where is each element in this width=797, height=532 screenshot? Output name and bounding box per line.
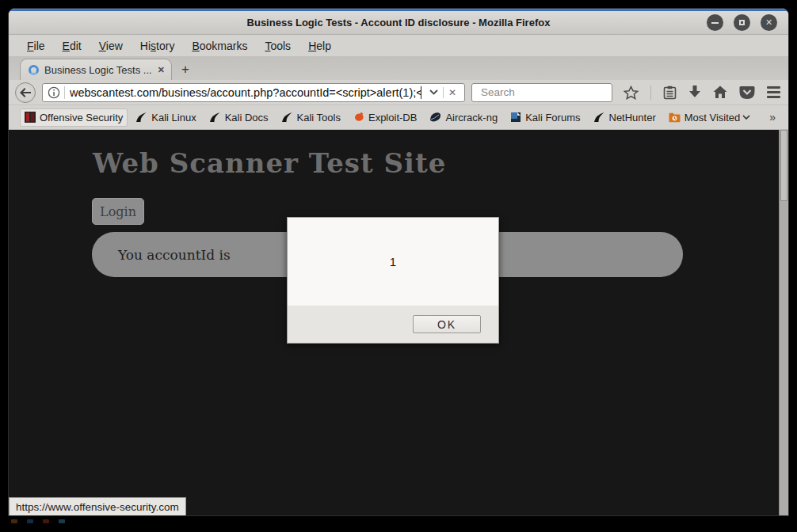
menubar: File Edit View History Bookmarks Tools H…	[9, 35, 788, 57]
bookmark-exploit-db[interactable]: Exploit-DB	[349, 108, 421, 127]
kali-dragon-icon	[593, 112, 605, 123]
bookmark-star-button[interactable]	[623, 86, 639, 100]
kali-forums-icon	[510, 112, 521, 123]
bookmark-kali-linux[interactable]: Kali Linux	[131, 108, 200, 127]
offensive-security-icon	[25, 112, 36, 123]
bookmark-label: Offensive Security	[40, 112, 123, 124]
firefox-window: Business Logic Tests - Account ID disclo…	[8, 8, 789, 516]
bookmarks-overflow-button[interactable]: »	[766, 111, 779, 124]
window-title: Business Logic Tests - Account ID disclo…	[247, 17, 551, 28]
url-dropdown-button[interactable]	[425, 89, 443, 95]
search-input[interactable]	[481, 86, 621, 98]
bookmark-label: Kali Forums	[525, 112, 580, 124]
bookmark-nethunter[interactable]: NetHunter	[589, 108, 661, 127]
menu-history[interactable]: History	[132, 37, 184, 55]
star-icon	[623, 86, 639, 100]
alert-footer: OK	[288, 306, 498, 343]
downloads-button[interactable]	[688, 86, 701, 99]
menu-help[interactable]: Help	[299, 37, 340, 55]
tab-title: Business Logic Tests ...	[44, 64, 152, 76]
alert-message: 1	[288, 218, 498, 306]
library-icon	[663, 86, 677, 100]
back-arrow-icon	[20, 88, 31, 97]
aircrack-ng-icon	[429, 112, 441, 123]
bookmark-most-visited[interactable]: Most Visited	[664, 108, 756, 127]
bookmark-kali-forums[interactable]: Kali Forums	[505, 108, 585, 127]
library-button[interactable]	[663, 86, 677, 100]
menu-edit[interactable]: Edit	[54, 37, 90, 55]
home-icon	[713, 86, 727, 99]
back-button[interactable]	[15, 82, 36, 103]
status-link-tooltip: https://www.offensive-security.com	[9, 497, 186, 515]
menu-tools[interactable]: Tools	[256, 37, 299, 55]
bookmark-label: Kali Linux	[151, 112, 196, 124]
menu-view[interactable]: View	[90, 37, 132, 55]
tab-favicon-icon	[29, 65, 39, 75]
window-controls: ✕	[707, 11, 777, 34]
bookmarks-toolbar: Offensive Security Kali Linux Kali Docs …	[9, 105, 788, 130]
chevron-down-icon	[429, 89, 438, 95]
page-title: Web Scanner Test Site	[93, 147, 446, 179]
tab-close-icon[interactable]: ✕	[158, 65, 165, 75]
scrollbar-thumb[interactable]	[780, 130, 787, 201]
login-button[interactable]: Login	[92, 198, 144, 225]
pocket-button[interactable]	[739, 86, 755, 100]
exploit-db-icon	[353, 112, 364, 123]
vertical-scrollbar[interactable]	[779, 130, 788, 515]
titlebar[interactable]: Business Logic Tests - Account ID disclo…	[9, 11, 788, 35]
site-info-icon[interactable]	[48, 86, 64, 99]
page-content: Web Scanner Test Site Login You accountI…	[9, 130, 788, 515]
alert-dialog: 1 OK	[287, 217, 499, 344]
url-divider	[64, 86, 65, 99]
bookmark-label: NetHunter	[609, 112, 656, 124]
kali-dragon-icon	[135, 112, 147, 123]
bookmark-aircrack-ng[interactable]: Aircrack-ng	[425, 108, 502, 127]
text-caret	[421, 86, 421, 99]
url-bar[interactable]: ✕	[42, 83, 465, 102]
bookmark-kali-docs[interactable]: Kali Docs	[204, 108, 273, 127]
home-button[interactable]	[713, 86, 727, 99]
hamburger-icon	[767, 86, 780, 89]
toolbar-icons	[619, 86, 780, 100]
search-bar[interactable]	[471, 83, 612, 102]
toolbar-separator	[650, 86, 651, 100]
bookmark-kali-tools[interactable]: Kali Tools	[276, 108, 345, 127]
stop-button[interactable]: ✕	[443, 87, 461, 98]
kali-dragon-icon	[209, 112, 221, 123]
bookmark-offensive-security[interactable]: Offensive Security	[20, 108, 128, 127]
menu-file[interactable]: File	[18, 37, 54, 55]
bookmark-label: Aircrack-ng	[445, 112, 498, 124]
bookmark-label: Exploit-DB	[368, 112, 417, 124]
menu-bookmarks[interactable]: Bookmarks	[183, 37, 256, 55]
minimize-button[interactable]	[707, 14, 723, 31]
minimize-icon	[711, 22, 719, 24]
close-button[interactable]: ✕	[761, 14, 777, 31]
bookmark-label: Most Visited	[685, 112, 741, 124]
new-tab-button[interactable]: +	[172, 62, 199, 80]
tab-business-logic-tests[interactable]: Business Logic Tests ... ✕	[20, 59, 172, 80]
hamburger-menu-button[interactable]	[767, 86, 780, 98]
pocket-icon	[739, 86, 755, 100]
tab-bar: Business Logic Tests ... ✕ +	[9, 57, 788, 80]
bookmark-label: Kali Tools	[297, 112, 341, 124]
navigation-bar: ✕	[9, 80, 788, 105]
ok-button[interactable]: OK	[413, 315, 481, 333]
kali-dragon-icon	[281, 112, 293, 123]
close-icon: ✕	[765, 18, 772, 27]
most-visited-folder-icon	[669, 112, 681, 123]
chevron-down-icon	[742, 115, 750, 120]
taskbar-remnants	[11, 519, 65, 523]
maximize-icon	[739, 20, 745, 25]
bookmark-label: Kali Docs	[225, 112, 269, 124]
maximize-button[interactable]	[734, 14, 750, 31]
url-input[interactable]	[70, 86, 421, 99]
download-arrow-icon	[688, 86, 701, 99]
